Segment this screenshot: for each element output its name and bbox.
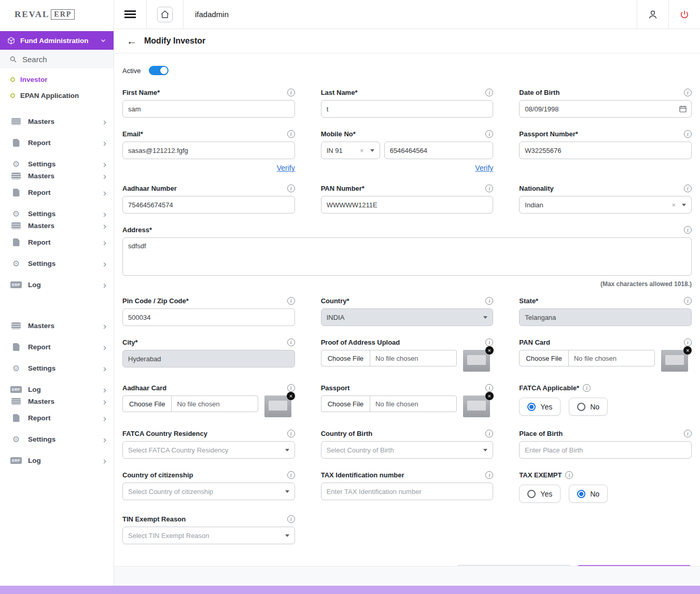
aadhaar-number-input[interactable] (122, 196, 295, 214)
sidebar-item-settings[interactable]: Settings› (0, 358, 114, 379)
app-logo[interactable]: Reval Erp (0, 0, 114, 29)
chevron-right-icon: › (103, 363, 106, 373)
sidebar-item-settings[interactable]: Settings› (0, 253, 114, 274)
profile-button[interactable] (637, 0, 668, 29)
pan-number-input[interactable] (321, 196, 494, 214)
first-name-input[interactable] (122, 100, 295, 118)
sidebar-item-masters[interactable]: Masters› (0, 169, 114, 182)
fatca-country-select[interactable]: Select FATCA Country Residency (122, 441, 295, 459)
info-icon[interactable]: i (287, 384, 295, 392)
choose-file-button[interactable]: Choose File (123, 396, 172, 412)
country-of-birth-select[interactable]: Select Country of Birth (321, 441, 494, 459)
choose-file-button[interactable]: Choose File (321, 350, 370, 366)
remove-file-icon[interactable]: × (287, 392, 295, 400)
choose-file-button[interactable]: Choose File (321, 396, 370, 412)
info-icon[interactable]: i (485, 338, 493, 346)
info-icon[interactable]: i (684, 430, 692, 437)
info-icon[interactable]: i (684, 89, 692, 96)
sidebar-item-log[interactable]: Log› (0, 274, 114, 295)
info-icon[interactable]: i (287, 130, 295, 138)
sidebar-item-masters[interactable]: Masters› (0, 315, 114, 336)
info-icon[interactable]: i (485, 471, 493, 479)
fatca-yes-option[interactable]: Yes (519, 398, 561, 416)
active-toggle[interactable] (149, 66, 169, 75)
info-icon[interactable]: i (485, 130, 493, 138)
info-icon[interactable]: i (684, 226, 692, 234)
choose-file-button[interactable]: Choose File (520, 350, 568, 366)
info-icon[interactable]: i (287, 297, 295, 305)
passport-thumbnail[interactable]: × (463, 395, 490, 417)
search-input[interactable] (22, 55, 95, 64)
info-icon[interactable]: i (485, 89, 493, 96)
info-icon[interactable]: i (684, 185, 692, 192)
info-icon[interactable]: i (287, 185, 295, 192)
citizenship-select[interactable]: Select Country of citizenship (122, 483, 295, 500)
sidebar-item-masters[interactable]: Masters› (0, 219, 114, 232)
info-icon[interactable]: i (684, 297, 692, 305)
back-button[interactable]: ← (127, 35, 137, 47)
email-input[interactable] (122, 142, 295, 159)
sidebar-item-report[interactable]: Report› (0, 232, 114, 253)
field-tax-exempt: TAX EXEMPTi Yes No (519, 471, 692, 503)
logout-button[interactable] (668, 0, 700, 29)
last-name-input[interactable] (321, 100, 494, 118)
info-icon[interactable]: i (583, 384, 591, 392)
mobile-input[interactable] (384, 142, 494, 159)
sidebar-item-log[interactable]: Log› (0, 450, 114, 471)
fund-administration-header[interactable]: Fund Administration (0, 31, 114, 50)
chevron-right-icon: › (103, 321, 106, 331)
address-textarea[interactable]: sdfsdf (122, 237, 692, 276)
place-of-birth-input[interactable] (519, 441, 692, 459)
clear-icon[interactable]: × (671, 201, 676, 209)
pincode-input[interactable] (122, 308, 295, 326)
info-icon[interactable]: i (485, 384, 493, 392)
verify-email-link[interactable]: Verify (277, 164, 295, 172)
clear-icon[interactable]: × (360, 147, 364, 154)
sidebar-item-report[interactable]: Report› (0, 336, 114, 358)
aadhaar-card-thumbnail[interactable]: × (264, 395, 291, 417)
tax-exempt-yes-option[interactable]: Yes (519, 485, 561, 503)
passport-number-input[interactable] (519, 142, 692, 159)
aadhaar-card-file-input[interactable]: Choose File No file chosen (122, 395, 258, 412)
sidebar-item-settings[interactable]: Settings› (0, 429, 114, 450)
info-icon[interactable]: i (287, 89, 295, 96)
info-icon[interactable]: i (287, 471, 295, 479)
calendar-icon[interactable] (679, 105, 687, 113)
pan-card-file-input[interactable]: Choose File No file chosen (519, 350, 655, 366)
tax-exempt-no-option[interactable]: No (569, 485, 608, 503)
nationality-select[interactable]: Indian × (519, 196, 692, 214)
sidebar-search[interactable] (0, 50, 114, 68)
tin-input[interactable] (321, 483, 494, 500)
dob-input[interactable] (519, 100, 692, 118)
sidebar-item-report[interactable]: Report› (0, 182, 114, 203)
sidebar-item-report[interactable]: Report› (0, 407, 114, 429)
country-code-select[interactable]: IN 91 × (321, 142, 380, 159)
remove-file-icon[interactable]: × (683, 346, 692, 355)
pan-card-thumbnail[interactable]: × (661, 350, 688, 372)
home-button[interactable] (147, 0, 184, 29)
info-icon[interactable]: i (485, 430, 493, 437)
sidebar-item-epan-application[interactable]: EPAN Application (0, 88, 114, 104)
menu-toggle-button[interactable] (114, 0, 147, 29)
fatca-no-option[interactable]: No (569, 398, 608, 416)
proof-of-address-thumbnail[interactable]: × (463, 350, 490, 372)
sidebar-item-report[interactable]: Report› (0, 132, 114, 153)
sidebar-item-masters[interactable]: Masters› (0, 111, 114, 132)
sidebar-item-investor[interactable]: Investor (0, 72, 114, 88)
remove-file-icon[interactable]: × (485, 392, 494, 400)
info-icon[interactable]: i (485, 297, 493, 305)
info-icon[interactable]: i (287, 430, 295, 437)
remove-file-icon[interactable]: × (485, 346, 494, 355)
info-icon[interactable]: i (287, 338, 295, 346)
info-icon[interactable]: i (565, 471, 573, 479)
tin-exempt-reason-select[interactable]: Select TIN Exempt Reason (122, 527, 295, 544)
info-icon[interactable]: i (684, 130, 692, 138)
proof-of-address-file-input[interactable]: Choose File No file chosen (321, 350, 457, 366)
verify-mobile-link[interactable]: Verify (475, 164, 493, 172)
info-icon[interactable]: i (287, 515, 295, 523)
field-place-of-birth: Place of Birthi (519, 430, 692, 459)
sidebar-item-masters[interactable]: Masters› (0, 395, 114, 407)
info-icon[interactable]: i (684, 338, 692, 346)
info-icon[interactable]: i (485, 185, 493, 192)
passport-file-input[interactable]: Choose File No file chosen (321, 395, 457, 412)
